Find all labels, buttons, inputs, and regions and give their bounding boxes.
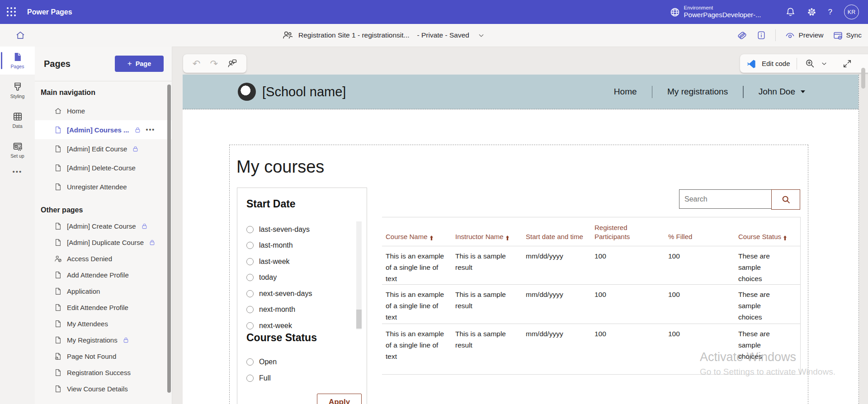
radio-option[interactable]: next-seven-days — [246, 286, 355, 302]
lock-icon — [149, 239, 156, 246]
settings-gear-icon[interactable] — [807, 7, 816, 17]
rail-item-label: Data — [12, 123, 22, 129]
page-item-admin-duplicate-course[interactable]: [Admin] Duplicate Course — [35, 234, 172, 250]
radio-option[interactable]: Open — [246, 354, 355, 370]
search-icon — [782, 195, 790, 204]
search-button[interactable] — [771, 189, 800, 210]
column-header-percent-filled[interactable]: % Filled — [665, 232, 735, 246]
search-input[interactable] — [679, 189, 772, 209]
canvas-scrollbar[interactable] — [861, 68, 865, 89]
column-header-registered-participants[interactable]: Registered Participants — [591, 223, 665, 246]
page-icon — [54, 183, 62, 191]
add-page-button[interactable]: + Page — [115, 56, 164, 72]
table-row[interactable]: This is an example of a single line of t… — [382, 246, 800, 285]
page-item-view-course-details[interactable]: View Course Details — [35, 381, 172, 397]
radio-icon[interactable] — [246, 375, 254, 382]
lock-icon — [141, 223, 148, 230]
radio-icon[interactable] — [246, 226, 254, 233]
info-panel-icon[interactable] — [757, 31, 766, 40]
zoom-chevron-down-icon[interactable] — [821, 61, 827, 67]
sync-button[interactable]: Sync — [833, 31, 862, 40]
page-item-my-attendees[interactable]: My Attendees — [35, 315, 172, 332]
cell-start-date: mm/dd/yyyy — [522, 285, 591, 324]
zoom-in-icon[interactable] — [805, 59, 815, 68]
radio-option[interactable]: Full — [246, 370, 355, 386]
radio-icon[interactable] — [246, 358, 254, 366]
rail-item-pages[interactable]: Pages — [0, 47, 35, 75]
waffle-icon — [7, 7, 16, 17]
fullscreen-expand-icon[interactable] — [843, 59, 852, 68]
waffle-menu-button[interactable] — [0, 0, 23, 24]
column-header-course-status[interactable]: Course Status — [735, 232, 800, 246]
page-item-admin-courses[interactable]: [Admin] Courses ... ••• — [35, 120, 172, 139]
rail-item-setup[interactable]: Set up — [0, 136, 35, 164]
radio-option[interactable]: last-week — [246, 254, 355, 270]
eye-icon — [785, 31, 795, 40]
column-header-instructor-name[interactable]: Instructor Name — [452, 232, 522, 246]
column-header-course-name[interactable]: Course Name — [382, 232, 452, 246]
radio-icon[interactable] — [246, 322, 254, 329]
breadcrumb[interactable]: Registration Site 1 - registrationsit...… — [283, 24, 485, 47]
divider — [797, 58, 797, 70]
filter-scrollbar[interactable] — [356, 221, 362, 329]
section-title-main-navigation: Main navigation — [41, 89, 172, 97]
page-item-unregister-attendee[interactable]: Unregister Attendee — [35, 177, 172, 196]
school-logo — [238, 83, 256, 101]
radio-icon[interactable] — [246, 290, 254, 297]
page-item-home[interactable]: Home — [35, 101, 172, 120]
rail-more-button[interactable]: ••• — [0, 168, 35, 175]
table-row[interactable]: This is an example of a single line of t… — [382, 285, 800, 324]
edit-code-button[interactable]: Edit code — [762, 60, 790, 67]
page-item-edit-attendee-profile[interactable]: Edit Attendee Profile — [35, 299, 172, 315]
page-item-my-registrations[interactable]: My Registrations — [35, 332, 172, 348]
preview-button[interactable]: Preview — [785, 31, 823, 40]
radio-option[interactable]: today — [246, 270, 355, 286]
page-item-admin-edit-course[interactable]: [Admin] Edit Course — [35, 139, 172, 158]
radio-option[interactable]: next-week — [246, 318, 355, 329]
site-nav-home[interactable]: Home — [599, 87, 652, 97]
redo-icon[interactable]: ↷ — [210, 59, 218, 68]
start-date-filter-title: Start Date — [246, 198, 296, 210]
environment-picker[interactable]: Environment PowerPagesDeveloper-... — [670, 5, 761, 19]
rail-item-styling[interactable]: Styling — [0, 76, 35, 104]
page-icon — [54, 287, 62, 295]
site-header-section[interactable]: [School name] Home My registrations John… — [183, 75, 859, 109]
page-item-label: My Attendees — [67, 320, 108, 328]
styling-brush-icon — [13, 82, 23, 92]
more-options-icon[interactable]: ••• — [146, 126, 156, 133]
apply-button[interactable]: Apply — [317, 394, 362, 404]
home-icon[interactable] — [15, 30, 25, 40]
column-header-start-date[interactable]: Start date and time — [522, 232, 591, 246]
start-date-options-list[interactable]: last-seven-days last-month last-week tod… — [246, 221, 355, 329]
page-item-label: [Admin] Courses ... — [67, 126, 129, 134]
page-item-application[interactable]: Application — [35, 283, 172, 299]
radio-option[interactable]: last-month — [246, 238, 355, 254]
radio-icon[interactable] — [246, 306, 254, 313]
rail-item-label: Styling — [10, 94, 25, 99]
page-item-access-denied[interactable]: Access Denied — [35, 250, 172, 267]
rail-item-data[interactable]: Data — [0, 106, 35, 134]
radio-icon[interactable] — [246, 242, 254, 249]
page-item-page-not-found[interactable]: Page Not Found — [35, 348, 172, 364]
user-avatar[interactable]: KR — [844, 5, 859, 19]
page-icon — [54, 222, 62, 230]
page-item-admin-delete-course[interactable]: [Admin] Delete-Course — [35, 158, 172, 177]
page-icon — [54, 145, 62, 153]
copilot-icon[interactable] — [737, 30, 747, 41]
help-icon[interactable]: ? — [828, 8, 832, 17]
site-nav-my-registrations[interactable]: My registrations — [652, 87, 743, 97]
page-item-add-attendee-profile[interactable]: Add Attendee Profile — [35, 267, 172, 283]
undo-icon[interactable]: ↶ — [193, 59, 201, 68]
page-item-registration-success[interactable]: Registration Success — [35, 364, 172, 381]
chevron-down-icon[interactable] — [478, 32, 485, 39]
page-item-admin-create-course[interactable]: [Admin] Create Course — [35, 218, 172, 234]
site-nav-user-menu[interactable]: John Doe — [744, 87, 798, 97]
panel-scrollbar[interactable] — [167, 85, 171, 393]
radio-icon[interactable] — [246, 258, 254, 265]
radio-icon[interactable] — [246, 274, 254, 281]
notifications-bell-icon[interactable] — [786, 7, 795, 17]
radio-option[interactable]: last-seven-days — [246, 221, 355, 238]
lock-icon — [123, 337, 129, 343]
radio-option[interactable]: next-month — [246, 302, 355, 318]
comments-icon[interactable] — [227, 59, 237, 68]
